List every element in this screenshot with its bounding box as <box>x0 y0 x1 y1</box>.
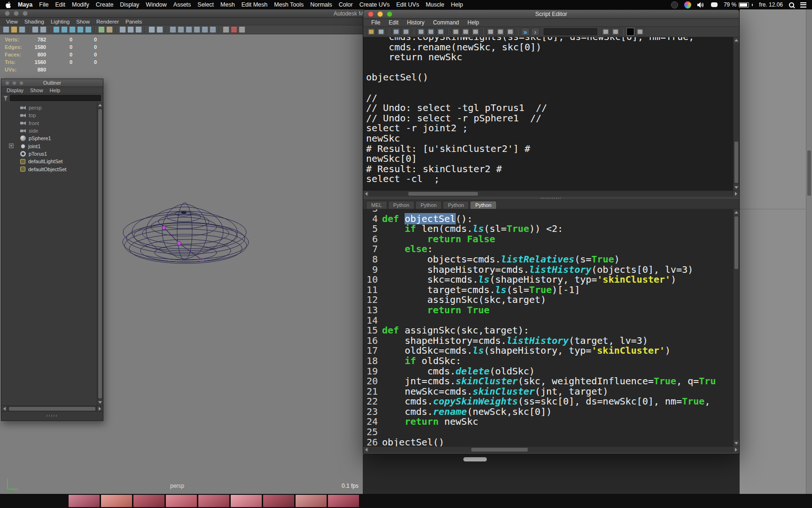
menubar-item-mesh[interactable]: Mesh <box>217 0 238 9</box>
menubar-item-create[interactable]: Create <box>93 0 117 9</box>
outliner-menu-display[interactable]: Display <box>3 87 27 94</box>
outliner-item-defaultobjectset[interactable]: defaultObjectSet <box>1 165 96 173</box>
clear-all-icon[interactable] <box>471 28 480 36</box>
menubar-date[interactable]: fre. 12.06 <box>759 1 783 8</box>
script-editor-menu-command[interactable]: Command <box>429 19 463 27</box>
scrollbar-thumb[interactable] <box>734 142 738 183</box>
show-stack-trace-icon[interactable] <box>506 28 515 36</box>
menubar-item-modify[interactable]: Modify <box>69 0 93 9</box>
panel-menu-show[interactable]: Show <box>73 18 93 25</box>
clear-input-icon[interactable] <box>461 28 470 36</box>
scroll-up-arrow[interactable] <box>734 209 739 215</box>
wireframe-torus-mesh[interactable] <box>115 194 256 295</box>
isolate-select-icon[interactable] <box>178 26 184 33</box>
scroll-down-arrow[interactable] <box>97 399 103 405</box>
panel-menu-shading[interactable]: Shading <box>21 18 47 25</box>
photo-thumbnail[interactable] <box>133 495 164 507</box>
menubar-item-maya[interactable]: Maya <box>15 0 36 9</box>
script-editor-menu-file[interactable]: File <box>367 19 384 27</box>
minimize-icon[interactable] <box>14 11 19 16</box>
snap-point-icon[interactable] <box>69 26 76 33</box>
script-editor-menu-history[interactable]: History <box>403 19 429 27</box>
select-component-icon[interactable] <box>135 26 142 33</box>
panel-menu-lighting[interactable]: Lighting <box>47 18 73 25</box>
echo-all-commands-icon[interactable] <box>486 28 495 36</box>
panel-menu-panels[interactable]: Panels <box>122 18 145 25</box>
make-live-icon[interactable] <box>98 26 105 33</box>
menubar-item-create-uvs[interactable]: Create UVs <box>356 0 393 9</box>
tab-python[interactable]: Python <box>470 201 496 209</box>
minimize-icon[interactable] <box>12 81 16 85</box>
scrollbar-thumb[interactable] <box>734 216 738 269</box>
outliner-titlebar[interactable]: Outliner <box>1 79 103 87</box>
scrollbar-thumb[interactable] <box>408 192 478 196</box>
undo-icon[interactable] <box>392 28 400 36</box>
snap-grid-icon[interactable] <box>53 26 60 33</box>
joint2-handle[interactable] <box>177 241 181 246</box>
scroll-left-arrow[interactable] <box>363 191 370 197</box>
tab-mel[interactable]: MEL <box>366 201 387 209</box>
close-icon[interactable] <box>5 81 9 85</box>
show-line-numbers-icon[interactable] <box>496 28 505 36</box>
code-input-pane[interactable]: 34def objectSel():5 if len(cmds.ls(sl=Tr… <box>363 209 739 446</box>
snap-plane-icon[interactable] <box>77 26 84 33</box>
outliner-item-ptorus1[interactable]: pTorus1 <box>1 150 96 158</box>
tab-python[interactable]: Python <box>443 201 469 209</box>
menubar-item-edit-mesh[interactable]: Edit Mesh <box>238 0 271 9</box>
textured-icon[interactable] <box>202 26 208 33</box>
display-status-icon[interactable] <box>711 2 718 7</box>
outliner-search-input[interactable] <box>10 95 101 101</box>
photo-thumbnail[interactable] <box>198 495 229 507</box>
scrollbar-thumb[interactable] <box>471 448 528 452</box>
menubar-item-select[interactable]: Select <box>194 0 217 9</box>
grid-display-icon[interactable] <box>170 26 176 33</box>
render-settings-icon[interactable] <box>239 26 245 33</box>
scroll-right-arrow[interactable] <box>733 447 739 452</box>
scroll-down-arrow[interactable] <box>734 440 739 446</box>
outliner-menu-show[interactable]: Show <box>27 87 47 94</box>
volume-icon[interactable] <box>697 2 705 8</box>
menubar-item-edit-uvs[interactable]: Edit UVs <box>393 0 422 9</box>
photo-thumbnail[interactable] <box>166 495 197 507</box>
photo-thumbnail[interactable] <box>296 495 327 507</box>
spotlight-icon[interactable] <box>789 2 794 8</box>
photo-thumbnail[interactable] <box>231 495 262 507</box>
outliner-item-psphere1[interactable]: pSphere1 <box>1 135 96 142</box>
lock-selection-icon[interactable] <box>148 26 155 33</box>
outliner-item-persp[interactable]: persp <box>1 104 96 111</box>
cut-icon[interactable] <box>417 28 425 36</box>
photo-thumbnail[interactable] <box>101 495 132 507</box>
script-editor-menu-edit[interactable]: Edit <box>384 19 403 27</box>
script-editor-menu-help[interactable]: Help <box>463 19 484 27</box>
select-object-icon[interactable] <box>127 26 134 33</box>
tab-python[interactable]: Python <box>388 201 414 209</box>
execute-all-icon[interactable] <box>521 28 530 36</box>
text-color-swatch[interactable] <box>626 28 634 36</box>
photo-thumbnail[interactable] <box>263 495 294 507</box>
search-next-icon[interactable] <box>611 28 620 36</box>
color-profile-icon[interactable] <box>684 1 691 8</box>
outliner-item-top[interactable]: top <box>1 111 96 119</box>
construction-history-icon[interactable] <box>106 26 113 33</box>
open-scene-icon[interactable] <box>11 26 17 33</box>
select-hierarchy-icon[interactable] <box>119 26 126 33</box>
scroll-down-arrow[interactable] <box>734 184 739 190</box>
snap-curve-icon[interactable] <box>61 26 68 33</box>
menubar-item-muscle[interactable]: Muscle <box>422 0 448 9</box>
expand-icon[interactable] <box>9 143 14 148</box>
outliner-item-defaultlightset[interactable]: defaultLightSet <box>1 158 96 165</box>
scrollbar-thumb[interactable] <box>807 151 811 196</box>
zoom-icon[interactable] <box>23 11 28 16</box>
panel-menu-renderer[interactable]: Renderer <box>93 18 122 25</box>
panel-menu-view[interactable]: View <box>3 18 21 25</box>
menubar-item-color[interactable]: Color <box>336 0 356 9</box>
wireframe-icon[interactable] <box>186 26 192 33</box>
menubar-item-display[interactable]: Display <box>117 0 142 9</box>
outliner-resize-bar[interactable] <box>1 411 103 421</box>
scroll-left-arrow[interactable] <box>1 406 8 411</box>
clear-history-icon[interactable] <box>452 28 460 36</box>
zoom-icon[interactable] <box>19 81 23 85</box>
save-script-icon[interactable] <box>377 28 385 36</box>
scroll-left-arrow[interactable] <box>363 447 370 452</box>
close-icon[interactable] <box>368 11 374 17</box>
